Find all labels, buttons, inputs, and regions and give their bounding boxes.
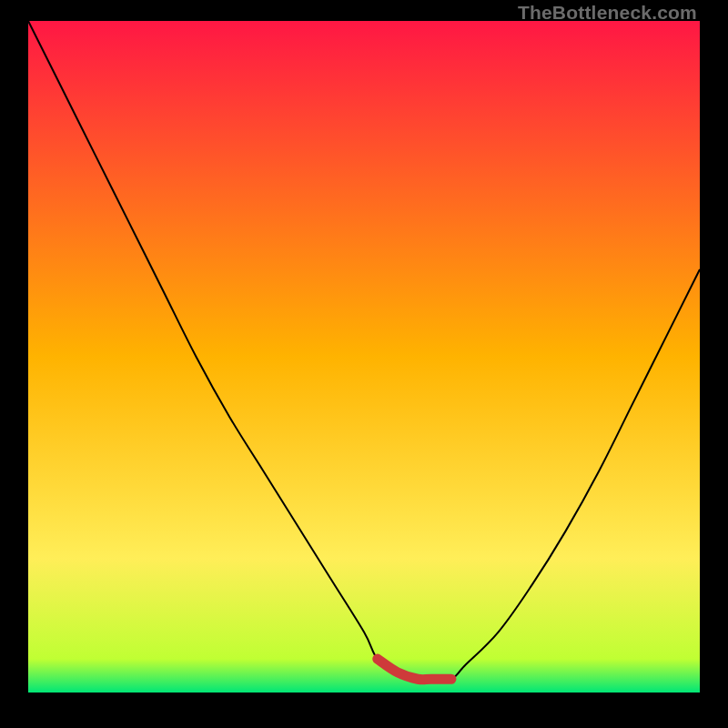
chart-plot-area [28, 21, 700, 693]
chart-svg [28, 21, 700, 693]
gradient-background [28, 21, 700, 693]
watermark-label: TheBottleneck.com [518, 2, 697, 24]
